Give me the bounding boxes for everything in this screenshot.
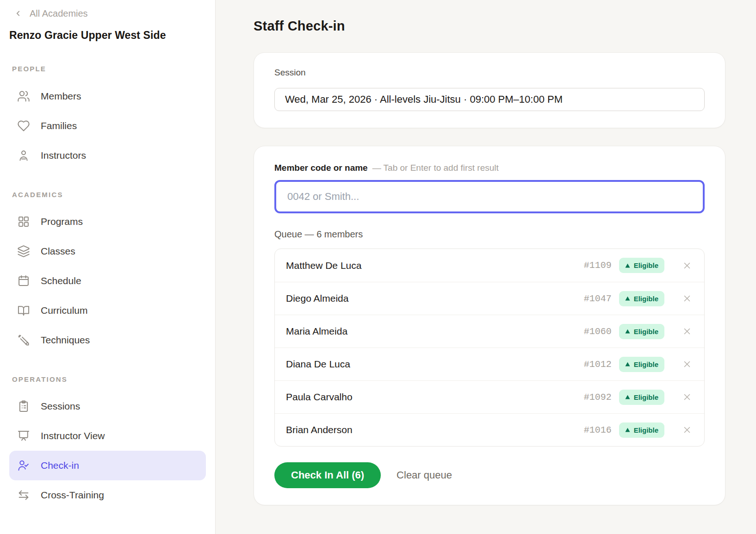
check-in-card: Member code or name — Tab or Enter to ad… xyxy=(254,146,725,505)
member-code: #1109 xyxy=(584,260,612,271)
eligible-badge: Eligible xyxy=(619,258,664,273)
page-title: Staff Check-in xyxy=(254,19,725,35)
back-to-all-academies-link[interactable]: All Academies xyxy=(9,6,206,19)
member-name: Diego Almeida xyxy=(286,293,584,304)
families-icon xyxy=(17,119,31,133)
sidebar-item-label: Techniques xyxy=(41,335,90,346)
badge-label: Eligible xyxy=(634,261,658,269)
sidebar-item-instructors[interactable]: Instructors xyxy=(9,141,206,170)
sidebar-item-label: Check-in xyxy=(41,460,79,471)
check-in-icon xyxy=(17,459,31,472)
badge-label: Eligible xyxy=(634,426,658,434)
eligible-badge: Eligible xyxy=(619,390,664,405)
session-select[interactable]: Wed, Mar 25, 2026 · All-levels Jiu-Jitsu… xyxy=(274,88,705,111)
member-code: #1016 xyxy=(584,425,612,435)
triangle-up-icon xyxy=(625,395,630,399)
badge-label: Eligible xyxy=(634,360,658,368)
sidebar-item-members[interactable]: Members xyxy=(9,81,206,111)
triangle-up-icon xyxy=(625,362,630,366)
search-hint: — Tab or Enter to add first result xyxy=(372,163,499,173)
sidebar-item-sessions[interactable]: Sessions xyxy=(9,391,206,421)
programs-icon xyxy=(17,215,31,229)
member-name: Diana De Luca xyxy=(286,359,584,370)
queue-heading: Queue — 6 members xyxy=(274,229,705,240)
sidebar-item-check-in[interactable]: Check-in xyxy=(9,451,206,480)
close-icon xyxy=(682,425,692,435)
back-link-label: All Academies xyxy=(30,8,88,19)
sidebar-item-label: Families xyxy=(41,120,77,131)
main-content: Staff Check-in Session Wed, Mar 25, 2026… xyxy=(216,0,756,534)
triangle-up-icon xyxy=(625,329,630,334)
sidebar-item-label: Classes xyxy=(41,246,75,257)
eligible-badge: Eligible xyxy=(619,324,664,339)
remove-member-button[interactable] xyxy=(681,391,693,403)
session-label: Session xyxy=(274,68,705,79)
remove-member-button[interactable] xyxy=(681,424,693,436)
search-label-row: Member code or name — Tab or Enter to ad… xyxy=(274,163,705,174)
queue-row: Diana De Luca #1012 Eligible xyxy=(275,348,704,380)
member-code: #1060 xyxy=(584,326,612,337)
staff-check-in-app: All Academies Renzo Gracie Upper West Si… xyxy=(0,0,756,534)
section-label-people: PEOPLE xyxy=(12,63,206,74)
close-icon xyxy=(682,293,692,304)
sidebar-item-label: Programs xyxy=(41,216,83,227)
member-name: Matthew De Luca xyxy=(286,260,584,271)
instructors-icon xyxy=(17,149,31,162)
sidebar-item-families[interactable]: Families xyxy=(9,111,206,141)
sidebar-item-instructor-view[interactable]: Instructor View xyxy=(9,421,206,451)
sidebar-item-curriculum[interactable]: Curriculum xyxy=(9,296,206,325)
close-icon xyxy=(682,261,692,271)
sidebar-item-label: Instructor View xyxy=(41,430,105,441)
academy-name: Renzo Gracie Upper West Side xyxy=(9,26,206,44)
members-icon xyxy=(17,89,31,103)
close-icon xyxy=(682,359,692,369)
remove-member-button[interactable] xyxy=(681,358,693,370)
section-label-operations: OPERATIONS xyxy=(12,373,206,385)
check-in-all-button[interactable]: Check In All (6) xyxy=(274,462,381,488)
sidebar-item-label: Curriculum xyxy=(41,305,88,316)
schedule-icon xyxy=(17,274,31,288)
nav-list-operations: Sessions Instructor View Check-in Cross-… xyxy=(9,391,206,510)
sidebar-item-schedule[interactable]: Schedule xyxy=(9,266,206,296)
badge-label: Eligible xyxy=(634,328,658,335)
remove-member-button[interactable] xyxy=(681,325,693,337)
techniques-icon xyxy=(17,333,31,347)
section-label-academics: ACADEMICS xyxy=(12,189,206,200)
triangle-up-icon xyxy=(625,263,630,268)
session-value: Wed, Mar 25, 2026 · All-levels Jiu-Jitsu… xyxy=(285,93,563,106)
sidebar-item-cross-training[interactable]: Cross-Training xyxy=(9,480,206,510)
queue-row: Brian Anderson #1016 Eligible xyxy=(275,413,704,446)
queue-row: Paula Carvalho #1092 Eligible xyxy=(275,380,704,413)
sidebar-item-techniques[interactable]: Techniques xyxy=(9,325,206,355)
clear-queue-button[interactable]: Clear queue xyxy=(397,469,452,481)
sidebar-item-label: Cross-Training xyxy=(41,490,104,501)
sessions-icon xyxy=(17,399,31,413)
sidebar-item-label: Schedule xyxy=(41,275,81,286)
close-icon xyxy=(682,326,692,336)
queue-list: Matthew De Luca #1109 Eligible Diego Alm… xyxy=(274,248,705,447)
cross-training-icon xyxy=(17,488,31,502)
sidebar-item-label: Members xyxy=(41,91,81,102)
sidebar-item-label: Instructors xyxy=(41,150,86,161)
sidebar-item-programs[interactable]: Programs xyxy=(9,207,206,236)
actions-row: Check In All (6) Clear queue xyxy=(274,462,705,488)
badge-label: Eligible xyxy=(634,295,658,303)
member-search-input[interactable] xyxy=(274,180,705,213)
instructor-view-icon xyxy=(17,429,31,443)
member-name: Maria Almeida xyxy=(286,326,584,337)
member-name: Paula Carvalho xyxy=(286,391,584,403)
member-code: #1047 xyxy=(584,293,612,304)
nav-list-people: Members Families Instructors xyxy=(9,81,206,170)
nav-list-academics: Programs Classes Schedule Curriculum xyxy=(9,207,206,355)
classes-icon xyxy=(17,244,31,258)
eligible-badge: Eligible xyxy=(619,357,664,372)
curriculum-icon xyxy=(17,304,31,317)
member-code: #1092 xyxy=(584,392,612,403)
remove-member-button[interactable] xyxy=(681,260,693,272)
sidebar-item-classes[interactable]: Classes xyxy=(9,236,206,266)
member-name: Brian Anderson xyxy=(286,424,584,435)
queue-row: Maria Almeida #1060 Eligible xyxy=(275,315,704,348)
eligible-badge: Eligible xyxy=(619,422,664,438)
remove-member-button[interactable] xyxy=(681,292,693,304)
session-card: Session Wed, Mar 25, 2026 · All-levels J… xyxy=(254,52,725,128)
